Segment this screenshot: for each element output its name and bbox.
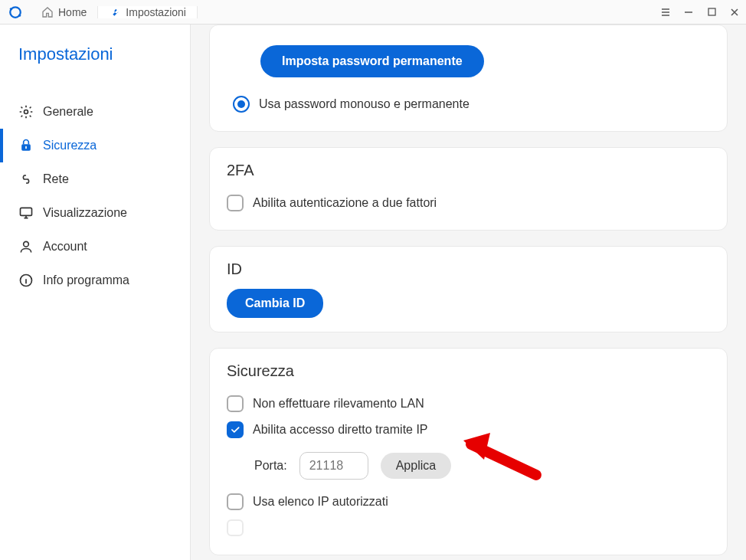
sidebar-item-label: Account bbox=[43, 240, 87, 254]
gear-icon bbox=[18, 104, 34, 120]
svg-point-6 bbox=[24, 241, 29, 247]
svg-rect-4 bbox=[25, 146, 27, 149]
sidebar-item-general[interactable]: Generale bbox=[0, 95, 190, 129]
lan-discovery-checkbox[interactable]: Non effettuare rilevamento LAN bbox=[227, 391, 710, 417]
titlebar-left: Home Impostazioni bbox=[0, 0, 198, 24]
twofa-card: 2FA Abilita autenticazione a due fattori bbox=[209, 147, 728, 231]
close-icon bbox=[730, 8, 739, 17]
checkbox-icon bbox=[227, 493, 244, 510]
port-input[interactable] bbox=[299, 452, 368, 480]
home-icon bbox=[41, 6, 54, 18]
svg-rect-5 bbox=[21, 208, 32, 215]
set-permanent-password-button[interactable]: Imposta password permanente bbox=[260, 45, 484, 77]
maximize-button[interactable] bbox=[700, 0, 723, 25]
sidebar-nav: Generale Sicurezza Rete Visualizzazione … bbox=[0, 95, 190, 297]
svg-rect-1 bbox=[708, 8, 715, 15]
checkbox-label: Non effettuare rilevamento LAN bbox=[253, 397, 424, 411]
direct-ip-checkbox[interactable]: Abilita accesso diretto tramite IP bbox=[227, 417, 710, 443]
check-icon bbox=[230, 424, 240, 435]
checkbox-icon bbox=[227, 395, 244, 412]
minimize-icon bbox=[684, 8, 693, 17]
security-card: Sicurezza Non effettuare rilevamento LAN… bbox=[209, 348, 728, 555]
tab-home[interactable]: Home bbox=[31, 6, 98, 18]
checkbox-label: Abilita accesso diretto tramite IP bbox=[253, 423, 428, 437]
change-id-button[interactable]: Cambia ID bbox=[227, 289, 323, 318]
maximize-icon bbox=[708, 8, 716, 16]
tab-home-label: Home bbox=[58, 6, 87, 18]
checkbox-icon bbox=[227, 519, 244, 536]
enable-2fa-checkbox[interactable]: Abilita autenticazione a due fattori bbox=[227, 190, 710, 216]
sidebar-item-display[interactable]: Visualizzazione bbox=[0, 196, 190, 230]
sidebar-item-label: Info programma bbox=[43, 273, 129, 287]
truncated-checkbox[interactable] bbox=[227, 515, 710, 541]
sidebar-item-label: Rete bbox=[43, 172, 69, 186]
close-button[interactable] bbox=[723, 0, 746, 25]
link-icon bbox=[18, 172, 34, 187]
whitelist-checkbox[interactable]: Usa elenco IP autorizzati bbox=[227, 489, 710, 515]
port-label: Porta: bbox=[254, 459, 287, 473]
sidebar: Impostazioni Generale Sicurezza Rete Vis… bbox=[0, 25, 191, 560]
radio-icon bbox=[233, 96, 250, 113]
window-controls bbox=[654, 0, 746, 24]
password-card: Imposta password permanente Usa password… bbox=[209, 25, 728, 132]
sidebar-item-account[interactable]: Account bbox=[0, 230, 190, 264]
titlebar: Home Impostazioni bbox=[0, 0, 746, 25]
user-icon bbox=[18, 239, 34, 254]
monitor-icon bbox=[18, 205, 34, 221]
sidebar-item-security[interactable]: Sicurezza bbox=[0, 129, 190, 162]
minimize-button[interactable] bbox=[677, 0, 700, 25]
checkbox-icon bbox=[227, 195, 244, 211]
radio-use-both[interactable]: Usa password monouso e permanente bbox=[233, 91, 710, 117]
layout: Impostazioni Generale Sicurezza Rete Vis… bbox=[0, 25, 746, 560]
card-title: 2FA bbox=[227, 162, 710, 179]
menu-button[interactable] bbox=[654, 0, 677, 25]
info-icon bbox=[18, 273, 34, 288]
card-title: ID bbox=[227, 260, 710, 278]
checkbox-label: Usa elenco IP autorizzati bbox=[253, 495, 388, 509]
sidebar-item-label: Generale bbox=[43, 105, 93, 119]
svg-point-2 bbox=[25, 110, 28, 114]
lock-icon bbox=[18, 138, 34, 153]
port-row: Porta: Applica bbox=[227, 443, 710, 489]
tab-settings-label: Impostazioni bbox=[126, 6, 186, 18]
main-content: Imposta password permanente Usa password… bbox=[191, 25, 746, 560]
sidebar-item-label: Sicurezza bbox=[43, 139, 97, 152]
sidebar-item-about[interactable]: Info programma bbox=[0, 264, 190, 297]
card-title: Sicurezza bbox=[227, 362, 710, 380]
id-card: ID Cambia ID bbox=[209, 246, 728, 332]
set-password-wrap: Imposta password permanente bbox=[233, 45, 710, 77]
radio-label: Usa password monouso e permanente bbox=[259, 97, 470, 111]
hamburger-icon bbox=[660, 7, 671, 18]
apply-port-button[interactable]: Applica bbox=[381, 453, 451, 479]
checkbox-label: Abilita autenticazione a due fattori bbox=[253, 196, 437, 210]
app-logo bbox=[0, 5, 31, 19]
tab-settings[interactable]: Impostazioni bbox=[98, 6, 198, 18]
checkbox-checked-icon bbox=[227, 421, 244, 438]
sidebar-item-network[interactable]: Rete bbox=[0, 162, 190, 196]
logo-icon bbox=[8, 5, 22, 19]
sidebar-title: Impostazioni bbox=[0, 38, 190, 83]
sidebar-item-label: Visualizzazione bbox=[43, 206, 127, 220]
wrench-icon bbox=[109, 6, 121, 18]
